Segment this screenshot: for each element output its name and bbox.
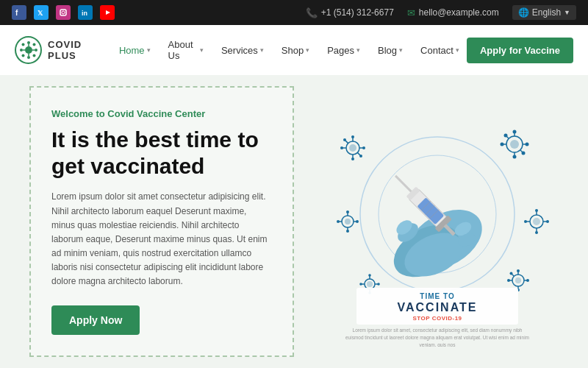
linkedin-icon[interactable]: in xyxy=(78,5,93,20)
nav-services-label: Services xyxy=(221,45,258,56)
svg-point-78 xyxy=(535,209,538,212)
svg-point-7 xyxy=(27,41,30,44)
logo-text: COVID PLUS xyxy=(48,39,112,61)
svg-text:STOP COVID-19: STOP COVID-19 xyxy=(412,315,462,322)
svg-point-46 xyxy=(362,146,365,149)
svg-point-54 xyxy=(513,130,517,134)
svg-text:𝕏: 𝕏 xyxy=(37,10,43,16)
svg-point-80 xyxy=(535,231,538,234)
svg-point-94 xyxy=(377,283,380,286)
nav-pages[interactable]: Pages ▾ xyxy=(320,40,368,60)
social-links: f 𝕏 in xyxy=(12,5,115,20)
logo[interactable]: COVID PLUS xyxy=(15,36,112,64)
svg-line-105 xyxy=(512,275,514,277)
phone-contact[interactable]: 📞 +1 (514) 312-6677 xyxy=(306,7,394,18)
nav-shop[interactable]: Shop ▾ xyxy=(274,40,317,60)
chevron-icon: ▾ xyxy=(399,46,403,54)
globe-icon: 🌐 xyxy=(518,7,529,18)
svg-text:VACCINATE: VACCINATE xyxy=(398,301,478,314)
nav-blog[interactable]: Blog ▾ xyxy=(370,40,410,60)
vaccine-illustration-svg: TIME TO VACCINATE STOP COVID-19 Lorem ip… xyxy=(320,96,555,347)
svg-point-52 xyxy=(510,140,519,149)
svg-point-104 xyxy=(526,279,529,282)
svg-point-50 xyxy=(359,155,362,158)
youtube-icon[interactable] xyxy=(100,5,115,20)
svg-point-86 xyxy=(367,281,373,287)
svg-point-82 xyxy=(524,220,527,223)
chevron-icon: ▾ xyxy=(200,46,204,54)
svg-point-62 xyxy=(504,134,508,138)
hero-description: Lorem ipsum dolor sit amet consectetur a… xyxy=(51,190,272,289)
instagram-icon[interactable] xyxy=(56,5,71,20)
svg-point-92 xyxy=(359,283,362,286)
hero-section: Welcome to Covid Vaccine Center It is th… xyxy=(0,75,588,368)
svg-point-56 xyxy=(513,155,517,159)
nav-bar: COVID PLUS Home ▾ About Us ▾ Services ▾ … xyxy=(0,25,588,75)
hero-content: Welcome to Covid Vaccine Center It is th… xyxy=(29,86,294,356)
language-label: English xyxy=(532,7,561,18)
chevron-down-icon: ▼ xyxy=(564,9,570,16)
svg-line-47 xyxy=(345,141,348,144)
svg-text:Lorem ipsum dolor sit amet, co: Lorem ipsum dolor sit amet, consectetur … xyxy=(353,328,523,333)
svg-point-106 xyxy=(510,272,513,275)
svg-marker-5 xyxy=(106,10,110,15)
nav-home[interactable]: Home ▾ xyxy=(112,40,158,60)
svg-point-70 xyxy=(346,230,349,233)
svg-text:veniam, quis nos: veniam, quis nos xyxy=(420,342,456,347)
nav-services[interactable]: Services ▾ xyxy=(214,40,271,60)
nav-home-label: Home xyxy=(119,45,145,56)
svg-point-12 xyxy=(32,54,35,57)
email-address: hello@example.com xyxy=(419,7,499,18)
svg-point-76 xyxy=(533,218,540,225)
nav-blog-label: Blog xyxy=(378,45,397,56)
chevron-icon: ▾ xyxy=(306,46,309,54)
svg-point-3 xyxy=(62,11,65,14)
svg-point-74 xyxy=(356,220,359,223)
email-icon: ✉ xyxy=(407,7,415,18)
apply-now-button[interactable]: Apply Now xyxy=(51,305,140,335)
svg-point-48 xyxy=(343,138,346,141)
language-selector[interactable]: 🌐 English ▼ xyxy=(512,5,576,20)
chevron-icon: ▾ xyxy=(456,46,459,54)
twitter-icon[interactable]: 𝕏 xyxy=(34,5,49,20)
nav-contact[interactable]: Contact ▾ xyxy=(413,40,467,60)
svg-text:f: f xyxy=(15,9,18,16)
nav-about[interactable]: About Us ▾ xyxy=(161,35,211,66)
chevron-icon: ▾ xyxy=(260,46,264,54)
chevron-icon: ▾ xyxy=(356,46,360,54)
svg-point-58 xyxy=(501,143,504,146)
svg-point-96 xyxy=(515,277,521,283)
phone-number: +1 (514) 312-6677 xyxy=(321,7,394,18)
svg-line-49 xyxy=(357,152,360,155)
email-contact[interactable]: ✉ hello@example.com xyxy=(407,7,499,18)
svg-point-60 xyxy=(526,143,529,146)
svg-point-102 xyxy=(507,279,510,282)
svg-point-14 xyxy=(21,54,24,57)
nav-contact-label: Contact xyxy=(420,45,453,56)
hero-title: It is the best time to get vaccinated xyxy=(51,127,272,180)
svg-point-10 xyxy=(35,49,37,52)
svg-point-64 xyxy=(522,152,526,155)
hero-tag: Welcome to Covid Vaccine Center xyxy=(51,108,272,119)
svg-rect-2 xyxy=(60,10,66,15)
contact-info: 📞 +1 (514) 312-6677 ✉ hello@example.com … xyxy=(306,5,576,20)
apply-vaccine-button[interactable]: Apply for Vaccine xyxy=(467,38,573,63)
svg-point-38 xyxy=(349,144,356,152)
svg-point-88 xyxy=(368,274,371,277)
svg-point-68 xyxy=(346,210,349,213)
svg-point-42 xyxy=(351,158,354,160)
svg-text:euismod tincidunt ut laoreet d: euismod tincidunt ut laoreet dolore magn… xyxy=(345,335,529,341)
svg-point-13 xyxy=(32,43,35,46)
svg-point-6 xyxy=(25,46,32,54)
svg-point-11 xyxy=(21,43,24,46)
svg-point-98 xyxy=(517,269,520,272)
nav-menu: Home ▾ About Us ▾ Services ▾ Shop ▾ Page… xyxy=(112,35,467,66)
nav-pages-label: Pages xyxy=(327,45,354,56)
svg-point-72 xyxy=(337,220,340,223)
svg-point-8 xyxy=(27,56,30,59)
facebook-icon[interactable]: f xyxy=(12,5,26,20)
phone-icon: 📞 xyxy=(306,7,318,18)
svg-text:TIME TO: TIME TO xyxy=(420,292,454,300)
nav-about-label: About Us xyxy=(168,39,198,61)
svg-text:in: in xyxy=(82,10,87,16)
